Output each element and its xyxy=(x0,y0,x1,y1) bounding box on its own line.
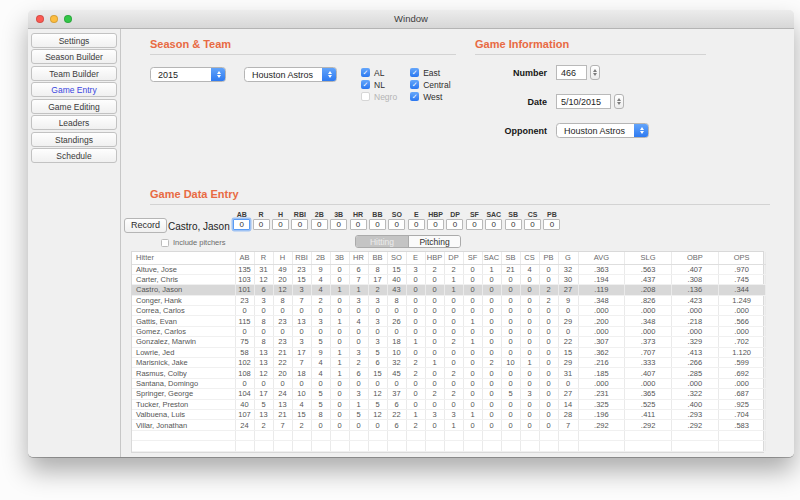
sidebar-item-season-builder[interactable]: Season Builder xyxy=(31,49,117,64)
column-header-r[interactable]: R xyxy=(254,252,273,264)
table-row-castro-jason[interactable]: Castro, Jason10161234112430010000227.119… xyxy=(132,285,765,295)
checkbox-row-east[interactable]: ✓East xyxy=(410,68,450,77)
table-row-santana-domingo[interactable]: Santana, Domingo000000000000000000.000.0… xyxy=(132,378,765,388)
column-header-so[interactable]: SO xyxy=(387,252,406,264)
table-row-villar-jonathan[interactable]: Villar, Jonathan2427200006201000007.292.… xyxy=(132,420,765,430)
record-button[interactable]: Record xyxy=(124,218,167,233)
table-row-lowrie-jed[interactable]: Lowrie, Jed581321179135100000000015.362.… xyxy=(132,347,765,357)
stepper-down-icon[interactable] xyxy=(593,73,597,76)
column-header-hr[interactable]: HR xyxy=(349,252,368,264)
stat-input-rbi[interactable]: 0 xyxy=(291,219,308,230)
sidebar-item-team-builder[interactable]: Team Builder xyxy=(31,66,117,81)
date-field[interactable]: 5/10/2015 xyxy=(556,94,611,109)
table-row-conger-hank[interactable]: Conger, Hank2338720338000000029.348.826.… xyxy=(132,295,765,305)
stat-input-2b[interactable]: 0 xyxy=(311,219,328,230)
stat-input-pb[interactable]: 0 xyxy=(543,219,560,230)
column-header-h[interactable]: H xyxy=(273,252,292,264)
stat-cell: 0 xyxy=(482,274,501,284)
sidebar-item-settings[interactable]: Settings xyxy=(31,33,117,48)
include-pitchers-checkbox[interactable] xyxy=(161,239,169,247)
number-stepper[interactable] xyxy=(590,65,600,80)
tab-pitching[interactable]: Pitching xyxy=(408,236,460,247)
stat-input-cs[interactable]: 0 xyxy=(524,219,541,230)
stat-input-sb[interactable]: 0 xyxy=(505,219,522,230)
column-header-e[interactable]: E xyxy=(406,252,425,264)
stat-input-hr[interactable]: 0 xyxy=(350,219,367,230)
column-header-avg[interactable]: AVG xyxy=(578,252,625,264)
column-header-slg[interactable]: SLG xyxy=(625,252,672,264)
column-header-hbp[interactable]: HBP xyxy=(425,252,444,264)
titlebar[interactable]: Window xyxy=(28,10,794,29)
stepper-up-icon[interactable] xyxy=(593,69,597,72)
sidebar-item-leaders[interactable]: Leaders xyxy=(31,115,117,130)
table-row-altuve-jose[interactable]: Altuve, Jose13531492390681532201214032.3… xyxy=(132,264,765,274)
column-header-2b[interactable]: 2B xyxy=(311,252,330,264)
table-row-correa-carlos[interactable]: Correa, Carlos000000000000000000.000.000… xyxy=(132,306,765,316)
sidebar-item-game-editing[interactable]: Game Editing xyxy=(31,99,117,114)
minimize-button[interactable] xyxy=(50,15,58,23)
checkbox-central[interactable]: ✓ xyxy=(410,80,419,89)
stat-input-r[interactable]: 0 xyxy=(253,219,270,230)
stat-input-dp[interactable]: 0 xyxy=(446,219,463,230)
checkbox-west[interactable]: ✓ xyxy=(410,92,419,101)
table-row-gattis-evan[interactable]: Gattis, Evan115823133143260001000029.200… xyxy=(132,316,765,326)
column-header-rbi[interactable]: RBI xyxy=(292,252,311,264)
include-pitchers-option[interactable]: Include pitchers xyxy=(161,238,226,247)
stat-input-e[interactable]: 0 xyxy=(408,219,425,230)
checkbox-row-negro[interactable]: Negro xyxy=(361,92,397,101)
column-header-pb[interactable]: PB xyxy=(539,252,558,264)
checkbox-row-west[interactable]: ✓West xyxy=(410,92,450,101)
column-header-g[interactable]: G xyxy=(558,252,578,264)
zoom-button[interactable] xyxy=(64,15,72,23)
table-row-carter-chris[interactable]: Carter, Chris10312201540717400010000030.… xyxy=(132,274,765,284)
team-select[interactable]: Houston Astros xyxy=(244,67,337,82)
number-field[interactable]: 466 xyxy=(556,65,587,80)
stat-input-3b[interactable]: 0 xyxy=(330,219,347,230)
checkbox-row-central[interactable]: ✓Central xyxy=(410,80,450,89)
checkbox-nl[interactable]: ✓ xyxy=(361,80,370,89)
table-row-valbuena-luis[interactable]: Valbuena, Luis10713211580512221331000028… xyxy=(132,409,765,419)
column-header-dp[interactable]: DP xyxy=(444,252,463,264)
stepper-up-icon[interactable] xyxy=(617,98,621,101)
stat-input-ab[interactable]: 0 xyxy=(233,219,250,230)
checkbox-al[interactable]: ✓ xyxy=(361,68,370,77)
stat-input-hbp[interactable]: 0 xyxy=(427,219,444,230)
stat-input-sf[interactable]: 0 xyxy=(466,219,483,230)
close-button[interactable] xyxy=(36,15,44,23)
checkbox-row-nl[interactable]: ✓NL xyxy=(361,80,397,89)
stat-cell: .292 xyxy=(625,420,672,430)
sidebar-item-standings[interactable]: Standings xyxy=(31,132,117,147)
date-stepper[interactable] xyxy=(614,94,624,109)
column-header-sf[interactable]: SF xyxy=(463,252,482,264)
tab-hitting[interactable]: Hitting xyxy=(356,236,408,247)
column-header-bb[interactable]: BB xyxy=(368,252,387,264)
stepper-down-icon[interactable] xyxy=(617,102,621,105)
column-header-cs[interactable]: CS xyxy=(520,252,539,264)
sidebar-item-schedule[interactable]: Schedule xyxy=(31,148,117,163)
stat-cell: 31 xyxy=(558,368,578,378)
sidebar-item-game-entry[interactable]: Game Entry xyxy=(31,82,117,97)
opponent-select[interactable]: Houston Astros xyxy=(556,123,649,138)
stat-input-h[interactable]: 0 xyxy=(272,219,289,230)
column-header-obp[interactable]: OBP xyxy=(672,252,719,264)
table-row-marisnick-jake[interactable]: Marisnick, Jake1021322741263221002101029… xyxy=(132,358,765,368)
stat-cell: 0 xyxy=(558,326,578,336)
column-header-sb[interactable]: SB xyxy=(501,252,520,264)
table-row-tucker-preston[interactable]: Tucker, Preston405134501560000000014.325… xyxy=(132,399,765,409)
table-row-springer-george[interactable]: Springer, George104172410503123702200530… xyxy=(132,389,765,399)
checkbox-row-al[interactable]: ✓AL xyxy=(361,68,397,77)
table-row-gomez-carlos[interactable]: Gomez, Carlos000000000000000000.000.000.… xyxy=(132,326,765,336)
table-row-rasmus-colby[interactable]: Rasmus, Colby10812201841615452020000031.… xyxy=(132,368,765,378)
column-header-ops[interactable]: OPS xyxy=(718,252,765,264)
column-header-hitter[interactable]: Hitter xyxy=(132,252,235,264)
checkbox-negro[interactable] xyxy=(361,92,370,101)
column-header-3b[interactable]: 3B xyxy=(330,252,349,264)
stat-input-so[interactable]: 0 xyxy=(388,219,405,230)
stat-input-sac[interactable]: 0 xyxy=(485,219,502,230)
column-header-ab[interactable]: AB xyxy=(235,252,254,264)
checkbox-east[interactable]: ✓ xyxy=(410,68,419,77)
season-select[interactable]: 2015 xyxy=(150,67,226,82)
table-row-gonzalez-marwin[interactable]: Gonzalez, Marwin7582335003181021000022.3… xyxy=(132,337,765,347)
stat-input-bb[interactable]: 0 xyxy=(369,219,386,230)
column-header-sac[interactable]: SAC xyxy=(482,252,501,264)
